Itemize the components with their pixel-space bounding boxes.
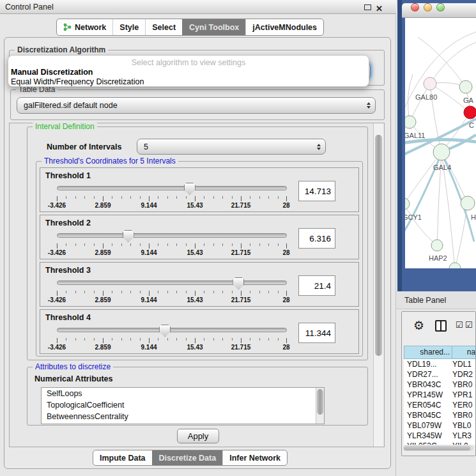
control-panel-titlebar[interactable]: Control Panel ✕: [0, 0, 396, 14]
network-canvas[interactable]: GAL80GACGAL11GAL4GCY1HHAP2: [405, 18, 476, 268]
network-edge[interactable]: [405, 204, 437, 245]
list-item[interactable]: TopologicalCoefficient: [42, 399, 324, 411]
table-row[interactable]: YLR345WYLR3: [404, 431, 476, 441]
float-window-icon[interactable]: [364, 4, 371, 10]
threshold-3-label: Threshold 3: [45, 266, 91, 275]
bottom-tab-bar: Impute Data Discretize Data Infer Networ…: [93, 450, 288, 466]
threshold-4-slider[interactable]: [57, 328, 287, 332]
combo-stepper-icon: [317, 144, 321, 150]
tab-infer-network[interactable]: Infer Network: [222, 450, 287, 465]
number-of-intervals-combobox[interactable]: 5: [137, 139, 326, 155]
number-of-intervals-value: 5: [144, 142, 148, 151]
threshold-1-panel: Threshold 1 -3.426 2.859 9.144 15.43 21.…: [40, 167, 359, 212]
tab-impute-data[interactable]: Impute Data: [93, 450, 152, 465]
network-edge[interactable]: [408, 74, 413, 122]
table-row[interactable]: YBR045CYBR0: [404, 410, 476, 420]
threshold-2-slider[interactable]: [57, 233, 287, 238]
network-node-label: GAL4: [433, 164, 451, 171]
network-edge[interactable]: [430, 42, 476, 84]
attributes-scrollbar[interactable]: [316, 388, 324, 424]
threshold-2-slider-thumb[interactable]: [123, 230, 134, 242]
algorithm-placeholder: Select algorithm to view settings: [8, 58, 369, 67]
network-node[interactable]: [461, 196, 475, 210]
network-node[interactable]: [433, 144, 450, 160]
list-item[interactable]: SelfLoops: [42, 388, 324, 399]
network-node[interactable]: [459, 81, 472, 93]
threshold-1-slider[interactable]: [57, 186, 287, 190]
table-header-row: shared... na: [404, 346, 476, 359]
threshold-4-panel: Threshold 4 -3.426 2.859 9.144 15.43 21.…: [40, 309, 359, 354]
tab-style[interactable]: Style: [112, 19, 145, 35]
tick-marks: [57, 291, 287, 293]
table-row[interactable]: YIL052CYIL0: [404, 441, 476, 445]
minimize-traffic-light-icon[interactable]: [424, 3, 432, 12]
tab-discretize-data[interactable]: Discretize Data: [152, 450, 223, 465]
gear-icon[interactable]: ⚙: [413, 318, 424, 333]
tab-network[interactable]: Network: [57, 19, 112, 35]
network-node[interactable]: [405, 198, 410, 210]
threshold-1-value-field[interactable]: 14.713: [298, 181, 335, 201]
combo-stepper-icon: [367, 102, 371, 109]
table-data-combobox[interactable]: galFiltered.sif default node: [17, 97, 376, 114]
network-node-label: C: [469, 121, 474, 129]
split-columns-icon[interactable]: [435, 320, 447, 332]
threshold-3-slider-thumb[interactable]: [233, 277, 244, 289]
close-traffic-light-icon[interactable]: [411, 3, 419, 12]
attributes-scrollbar-thumb[interactable]: [317, 389, 323, 415]
threshold-3-slider[interactable]: [57, 280, 287, 285]
table-panel-title: Table Panel: [404, 296, 446, 305]
threshold-4-label: Threshold 4: [45, 313, 91, 322]
attributes-group-title: Attributes to discretize: [33, 362, 113, 371]
network-node-label: GCY1: [405, 213, 422, 221]
checkbox-icon[interactable]: ☑: [456, 320, 463, 330]
top-tab-bar: Network Style Select Cyni Toolbox jActiv…: [56, 19, 324, 36]
network-node-label: GAL80: [415, 93, 437, 101]
column-header-shared[interactable]: shared...: [404, 346, 452, 359]
table-row[interactable]: YPR145WYPR1: [404, 390, 476, 400]
menu-item-equal-width-frequency[interactable]: Equal Width/Frequency Discretization: [11, 77, 144, 86]
network-window: GAL80GACGAL11GAL4GCY1HHAP2: [397, 0, 476, 291]
tick-marks: [57, 338, 287, 341]
network-node[interactable]: [431, 240, 443, 251]
list-item[interactable]: BetweennessCentrality: [42, 411, 324, 422]
table-row[interactable]: YDL19...YDL1: [404, 359, 476, 369]
tab-cyni-toolbox[interactable]: Cyni Toolbox: [182, 19, 245, 35]
checkbox-icon[interactable]: ☑: [465, 320, 473, 330]
settings-scrollbar[interactable]: [373, 123, 383, 447]
table-horizontal-scrollbar[interactable]: [403, 445, 473, 451]
table-horizontal-scrollbar-thumb[interactable]: [404, 446, 470, 450]
tick-marks: [57, 196, 287, 199]
apply-button[interactable]: Apply: [177, 429, 219, 443]
network-node[interactable]: [424, 77, 436, 90]
table-row[interactable]: YBL079WYBL0: [404, 420, 476, 431]
threshold-4-value-field[interactable]: 11.344: [298, 323, 335, 343]
table-rows: YDL19...YDL1 YDR27...YDR2 YBR043CYBR0 YP…: [404, 359, 476, 445]
settings-scrollbar-thumb[interactable]: [375, 135, 382, 356]
tab-jactivemnodules[interactable]: jActiveMNodules: [245, 19, 323, 35]
network-node[interactable]: [405, 116, 416, 128]
tab-select[interactable]: Select: [145, 19, 182, 35]
thresholds-group-title: Threshold's Coordinates for 5 Intervals: [42, 157, 178, 165]
table-row[interactable]: YDR27...YDR2: [404, 369, 476, 380]
column-header-name[interactable]: na: [452, 346, 476, 359]
threshold-1-label: Threshold 1: [45, 171, 91, 180]
numerical-attributes-list[interactable]: SelfLoops TopologicalCoefficient Between…: [41, 387, 325, 424]
table-panel-titlebar[interactable]: Table Panel: [396, 291, 476, 309]
tab-network-label: Network: [75, 23, 106, 32]
threshold-2-value-field[interactable]: 6.316: [298, 228, 335, 249]
interval-definition-title: Interval Definition: [33, 122, 97, 131]
threshold-2-label: Threshold 2: [45, 219, 91, 227]
network-node[interactable]: [464, 106, 476, 119]
tick-marks: [57, 243, 287, 246]
network-node[interactable]: [449, 263, 461, 268]
table-row[interactable]: YBR043CYBR0: [404, 380, 476, 390]
table-row[interactable]: YER054CYER0: [404, 400, 476, 410]
menu-item-manual-discretization[interactable]: Manual Discretization: [11, 68, 93, 77]
table-panel-toolbar: ⚙ ☑ ☑: [402, 312, 475, 342]
threshold-4-slider-thumb[interactable]: [159, 325, 171, 337]
algorithm-group-title: Discretization Algorithm: [15, 45, 108, 54]
close-icon[interactable]: ✕: [376, 2, 383, 16]
threshold-1-slider-thumb[interactable]: [184, 183, 196, 195]
threshold-3-value-field[interactable]: 21.4: [298, 275, 335, 296]
zoom-traffic-light-icon[interactable]: [436, 3, 445, 12]
